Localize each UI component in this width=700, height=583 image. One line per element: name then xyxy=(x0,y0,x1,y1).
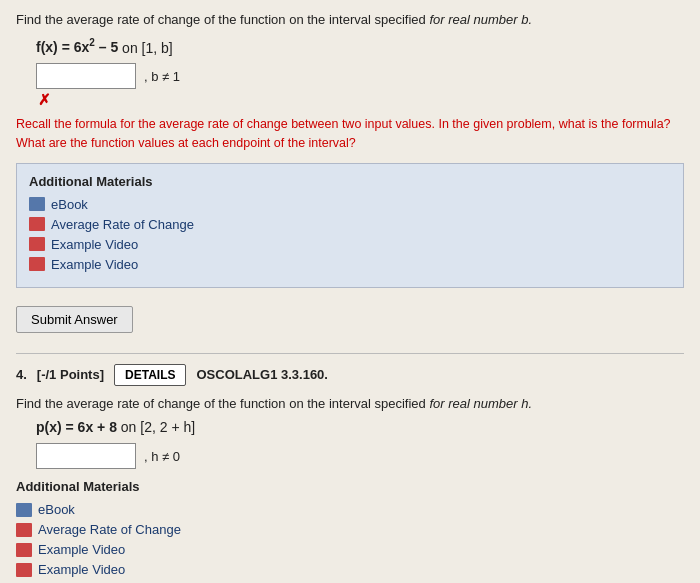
details-button[interactable]: DETAILS xyxy=(114,364,186,386)
section-divider xyxy=(16,353,684,354)
video-icon-2 xyxy=(29,237,45,251)
video-icon-1 xyxy=(29,217,45,231)
problem4-constraint: , h ≠ 0 xyxy=(144,449,180,464)
problem4-ebook-label: eBook xyxy=(38,502,75,517)
problem3-ebook-link[interactable]: eBook xyxy=(29,197,671,212)
problem4-ebook-link[interactable]: eBook xyxy=(16,502,684,517)
problem3-avgrate-label: Average Rate of Change xyxy=(51,217,194,232)
problem3-header: Find the average rate of change of the f… xyxy=(16,10,684,30)
problem4-avgrate-link[interactable]: Average Rate of Change xyxy=(16,522,684,537)
problem3-math: f(x) = 6x2 – 5 on [1, b] xyxy=(36,38,684,56)
problem3-recall: Recall the formula for the average rate … xyxy=(16,115,684,153)
problem3-additional-materials: Additional Materials eBook Average Rate … xyxy=(16,163,684,288)
problem3-avgrate-link[interactable]: Average Rate of Change xyxy=(29,217,671,232)
problem4-additional-materials: Additional Materials eBook Average Rate … xyxy=(16,479,684,583)
problem4-math: p(x) = 6x + 8 on [2, 2 + h] xyxy=(36,419,684,435)
problem4-materials-title: Additional Materials xyxy=(16,479,684,494)
problem3-ebook-label: eBook xyxy=(51,197,88,212)
problem4-example1-link[interactable]: Example Video xyxy=(16,542,684,557)
ebook-icon-p4 xyxy=(16,503,32,517)
problem4-answer-input[interactable] xyxy=(36,443,136,469)
problem3-incorrect-mark: ✗ xyxy=(38,91,684,109)
problem3-constraint: , b ≠ 1 xyxy=(144,69,180,84)
problem4-example2-link[interactable]: Example Video xyxy=(16,562,684,577)
problem3-example2-link[interactable]: Example Video xyxy=(29,257,671,272)
video-icon-p4-2 xyxy=(16,543,32,557)
video-icon-p4-1 xyxy=(16,523,32,537)
problem4-header: Find the average rate of change of the f… xyxy=(16,394,684,414)
problem4-section: 4. [-/1 Points] DETAILS OSCOLALG1 3.3.16… xyxy=(16,364,684,583)
problem3-answer-row: , b ≠ 1 xyxy=(36,63,684,89)
problem4-code: OSCOLALG1 3.3.160. xyxy=(196,367,328,382)
problem3-section: Find the average rate of change of the f… xyxy=(16,10,684,343)
problem3-example1-label: Example Video xyxy=(51,237,138,252)
ebook-icon xyxy=(29,197,45,211)
problem4-avgrate-label: Average Rate of Change xyxy=(38,522,181,537)
problem4-answer-row: , h ≠ 0 xyxy=(36,443,684,469)
problem3-answer-input[interactable] xyxy=(36,63,136,89)
problem3-example1-link[interactable]: Example Video xyxy=(29,237,671,252)
submit-button[interactable]: Submit Answer xyxy=(16,306,133,333)
video-icon-p4-3 xyxy=(16,563,32,577)
problem4-example1-label: Example Video xyxy=(38,542,125,557)
problem4-example2-label: Example Video xyxy=(38,562,125,577)
video-icon-3 xyxy=(29,257,45,271)
problem4-points: [-/1 Points] xyxy=(37,367,104,382)
problem4-number: 4. xyxy=(16,367,27,382)
problem3-materials-title: Additional Materials xyxy=(29,174,671,189)
problem4-header-row: 4. [-/1 Points] DETAILS OSCOLALG1 3.3.16… xyxy=(16,364,684,386)
problem3-example2-label: Example Video xyxy=(51,257,138,272)
